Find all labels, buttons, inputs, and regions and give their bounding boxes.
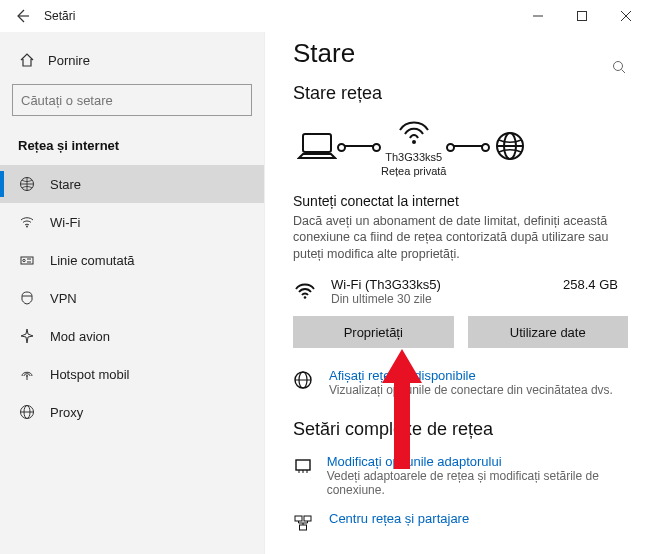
search-icon: [612, 60, 626, 74]
nav-item-wifi[interactable]: Wi-Fi: [0, 203, 264, 241]
svg-point-18: [412, 140, 416, 144]
available-networks-link[interactable]: Afișați rețelele disponibile Vizualizați…: [293, 368, 628, 397]
adapter-icon: [293, 454, 315, 476]
close-button[interactable]: [604, 0, 648, 32]
nav-item-status[interactable]: Stare: [0, 165, 264, 203]
svg-point-9: [23, 259, 25, 261]
connected-heading: Sunteți conectat la internet: [293, 193, 628, 209]
wifi-icon: [293, 277, 319, 303]
diagram-ssid: Th3G33ks5: [381, 150, 446, 164]
properties-button[interactable]: Proprietăți: [293, 316, 454, 348]
page-title: Stare: [293, 38, 628, 69]
back-button[interactable]: [0, 0, 44, 32]
globe-icon: [293, 368, 317, 390]
nav-label: Mod avion: [50, 329, 110, 344]
sidebar: Pornire Rețea și internet Stare Wi-Fi Li…: [0, 32, 265, 554]
svg-point-7: [26, 226, 28, 228]
nav-label: Stare: [50, 177, 81, 192]
nav-label: Proxy: [50, 405, 83, 420]
home-label: Pornire: [48, 53, 90, 68]
nav-item-airplane[interactable]: Mod avion: [0, 317, 264, 355]
svg-rect-26: [296, 460, 310, 470]
window-controls: [516, 0, 648, 32]
home-button[interactable]: Pornire: [0, 40, 264, 80]
adapter-options-link[interactable]: Modificați opțiunile adaptorului Vedeți …: [293, 454, 628, 497]
data-usage-value: 258.4 GB: [563, 277, 628, 292]
svg-point-12: [26, 375, 28, 377]
search-container: [12, 84, 252, 116]
nav-label: Wi-Fi: [50, 215, 80, 230]
svg-rect-32: [300, 525, 307, 530]
diagram-network-type: Rețea privată: [381, 164, 446, 178]
window-title: Setări: [44, 9, 75, 23]
link-sub: Vedeți adaptoarele de rețea și modificaț…: [327, 469, 628, 497]
proxy-icon: [18, 403, 36, 421]
button-row: Proprietăți Utilizare date: [293, 316, 628, 348]
vpn-icon: [18, 289, 36, 307]
connection-sub: Din ultimele 30 zile: [331, 292, 551, 306]
connected-description: Dacă aveți un abonament de date limitat,…: [293, 213, 628, 264]
airplane-icon: [18, 327, 36, 345]
data-usage-button[interactable]: Utilizare date: [468, 316, 629, 348]
network-center-icon: [293, 511, 317, 533]
content-area: Stare Stare rețea Th3G33ks5 Rețea privat…: [265, 32, 648, 554]
nav-label: Hotspot mobil: [50, 367, 129, 382]
connection-name: Wi-Fi (Th3G33ks5): [331, 277, 551, 292]
nav-label: Linie comutată: [50, 253, 135, 268]
hotspot-icon: [18, 365, 36, 383]
maximize-button[interactable]: [560, 0, 604, 32]
svg-point-22: [304, 296, 307, 299]
globe-net-icon: [18, 175, 36, 193]
home-icon: [18, 51, 36, 69]
link-title: Centru rețea și partajare: [329, 511, 469, 526]
router-icon: Th3G33ks5 Rețea privată: [381, 114, 446, 179]
category-title: Rețea și internet: [0, 128, 264, 165]
link-sub: Vizualizați opțiunile de conectare din v…: [329, 383, 613, 397]
wifi-icon: [18, 213, 36, 231]
nav-item-hotspot[interactable]: Hotspot mobil: [0, 355, 264, 393]
nav-item-proxy[interactable]: Proxy: [0, 393, 264, 431]
svg-rect-1: [578, 12, 587, 21]
advanced-settings-title: Setări complexe de rețea: [293, 419, 628, 440]
svg-rect-17: [303, 134, 331, 152]
link-title: Modificați opțiunile adaptorului: [327, 454, 628, 469]
svg-rect-31: [304, 516, 311, 521]
titlebar: Setări: [0, 0, 648, 32]
svg-rect-30: [295, 516, 302, 521]
connection-row: Wi-Fi (Th3G33ks5) Din ultimele 30 zile 2…: [293, 277, 628, 306]
network-diagram: Th3G33ks5 Rețea privată: [293, 114, 628, 179]
svg-line-5: [622, 70, 626, 74]
device-icon: [297, 129, 337, 163]
minimize-button[interactable]: [516, 0, 560, 32]
dialup-icon: [18, 251, 36, 269]
nav-item-vpn[interactable]: VPN: [0, 279, 264, 317]
nav-item-dialup[interactable]: Linie comutată: [0, 241, 264, 279]
globe-icon: [490, 129, 530, 163]
sharing-center-link[interactable]: Centru rețea și partajare: [293, 511, 628, 533]
link-title: Afișați rețelele disponibile: [329, 368, 613, 383]
nav-label: VPN: [50, 291, 77, 306]
network-status-title: Stare rețea: [293, 83, 628, 104]
svg-point-4: [614, 62, 623, 71]
search-input[interactable]: [12, 84, 252, 116]
